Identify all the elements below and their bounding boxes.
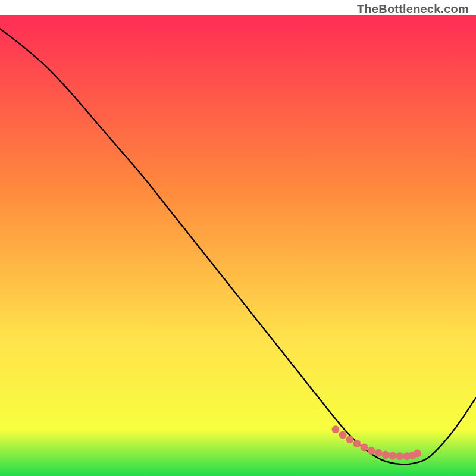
recommended-marker [382, 451, 390, 459]
recommended-marker [414, 450, 421, 458]
recommended-marker [396, 452, 404, 460]
recommended-marker [339, 431, 347, 439]
recommended-marker [346, 436, 354, 443]
chart-stage: TheBottleneck.com [0, 0, 476, 476]
bottleneck-chart [0, 0, 476, 476]
recommended-marker [368, 447, 375, 455]
recommended-marker [353, 440, 361, 447]
recommended-marker [332, 425, 340, 433]
watermark-text: TheBottleneck.com [357, 2, 469, 16]
recommended-marker [361, 443, 368, 451]
recommended-marker [375, 449, 383, 457]
gradient-background [0, 15, 476, 476]
recommended-marker [389, 452, 397, 459]
